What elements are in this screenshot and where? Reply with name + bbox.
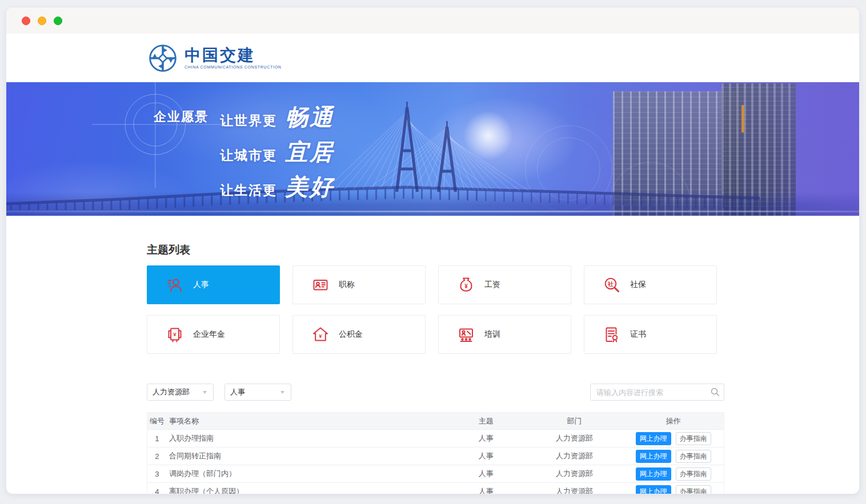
search-icon[interactable]: [711, 388, 720, 397]
svg-text:¥: ¥: [173, 331, 177, 337]
money-bag-icon: ¥: [458, 276, 475, 293]
topic-card-zhengshu[interactable]: 证书: [584, 315, 717, 354]
page-title: 主题列表: [147, 243, 859, 257]
item-name: 合同期转正指南: [167, 451, 446, 461]
online-handle-button[interactable]: 网上办理: [636, 450, 671, 463]
guide-button[interactable]: 办事指南: [676, 467, 711, 481]
guide-button[interactable]: 办事指南: [676, 450, 711, 463]
brand-subtitle: CHINA COMMUNICATIONS CONSTRUCTION: [185, 65, 282, 69]
guide-button[interactable]: 办事指南: [676, 485, 711, 495]
vision-label: 企业愿景: [154, 108, 209, 203]
maximize-button[interactable]: [54, 17, 62, 25]
topic-select[interactable]: 人事 ▼: [224, 384, 291, 401]
topic-card-renshi[interactable]: 人事: [147, 265, 280, 304]
topic-cards: 人事 职称 ¥ 工资: [147, 265, 859, 354]
topic-card-gongjijin[interactable]: ¥ 公积金: [292, 315, 426, 354]
svg-text:¥: ¥: [464, 283, 468, 289]
cccc-emblem-icon: [147, 43, 178, 74]
slogan-line: 让世界更 畅通: [220, 102, 334, 133]
online-handle-button[interactable]: 网上办理: [636, 485, 671, 495]
slogan-line: 让城市更 宜居: [220, 136, 334, 168]
safe-box-icon: ¥: [166, 326, 183, 343]
water: [6, 192, 859, 216]
slogan-line: 让生活更 美好: [220, 171, 334, 203]
vision-block: 企业愿景 让世界更 畅通 让城市更 宜居 让生活更 美好: [154, 102, 334, 203]
app-window: 中国交建 CHINA COMMUNICATIONS CONSTRUCTION: [6, 7, 860, 494]
department-select[interactable]: 人力资源部 ▼: [147, 384, 214, 401]
filter-row: 人力资源部 ▼ 人事 ▼: [147, 384, 724, 401]
brand-name: 中国交建: [185, 47, 282, 64]
chevron-down-icon: ▼: [279, 389, 286, 395]
table-row: 2 合同期转正指南 人事 人力资源部 网上办理 办事指南: [147, 447, 724, 465]
chevron-down-icon: ▼: [202, 389, 208, 395]
table-row: 3 调岗办理（部门内） 人事 人力资源部 网上办理 办事指南: [147, 465, 724, 483]
online-handle-button[interactable]: 网上办理: [636, 432, 671, 445]
item-name: 入职办理指南: [167, 433, 446, 443]
minimize-button[interactable]: [38, 17, 46, 25]
social-magnifier-icon: 社: [603, 276, 620, 293]
topic-card-zhicheng[interactable]: 职称: [292, 265, 426, 304]
topic-card-qiyenianjin[interactable]: ¥ 企业年金: [147, 315, 280, 354]
close-button[interactable]: [22, 17, 30, 25]
person-lines-icon: [166, 276, 183, 293]
search-box: [590, 384, 724, 401]
company-logo: 中国交建 CHINA COMMUNICATIONS CONSTRUCTION: [147, 43, 282, 74]
topic-card-shebao[interactable]: 社 社保: [584, 265, 717, 304]
table-row: 4 离职办理（个人原因） 人事 人力资源部 网上办理 办事指南: [147, 483, 724, 494]
training-board-icon: [458, 326, 475, 343]
table-header: 编号 事项名称 主题 部门 操作: [147, 413, 724, 430]
items-table: 编号 事项名称 主题 部门 操作 1 入职办理指南 人事 人力资源部 网上办理 …: [147, 412, 724, 494]
brand-header: 中国交建 CHINA COMMUNICATIONS CONSTRUCTION: [6, 34, 859, 82]
window-titlebar: [6, 7, 859, 34]
certificate-icon: [603, 326, 620, 343]
svg-text:社: 社: [607, 281, 614, 287]
topic-card-peixun[interactable]: 培训: [438, 315, 571, 354]
house-yuan-icon: ¥: [312, 326, 329, 343]
hero-banner: 企业愿景 让世界更 畅通 让城市更 宜居 让生活更 美好: [6, 82, 859, 216]
online-handle-button[interactable]: 网上办理: [636, 467, 671, 481]
topic-card-gongzi[interactable]: ¥ 工资: [438, 265, 571, 304]
guide-button[interactable]: 办事指南: [676, 432, 711, 445]
search-input[interactable]: [590, 384, 724, 401]
item-name: 离职办理（个人原因）: [167, 486, 446, 494]
id-card-icon: [312, 276, 329, 293]
table-row: 1 入职办理指南 人事 人力资源部 网上办理 办事指南: [147, 430, 724, 447]
svg-text:¥: ¥: [319, 333, 322, 339]
item-name: 调岗办理（部门内）: [167, 469, 446, 479]
